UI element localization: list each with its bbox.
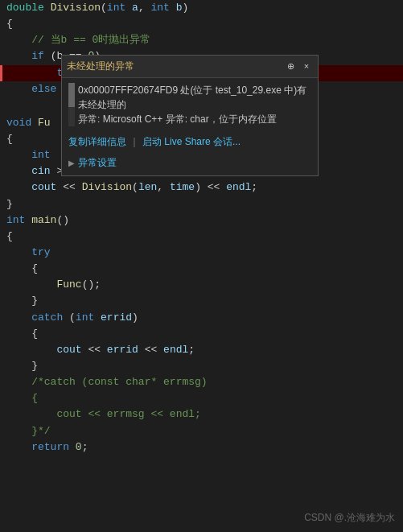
code-editor: double Division(int a, int b) { // 当b ==… xyxy=(0,0,403,532)
error-popup-icon-group: ⊕ × xyxy=(284,60,313,72)
error-popup-pin-icon[interactable]: ⊕ xyxy=(284,60,297,72)
error-popup-scrollbar[interactable] xyxy=(68,83,75,126)
code-line-16: try xyxy=(0,245,403,261)
error-popup: 未经处理的异常 ⊕ × 0x00007FFF20674FD9 处(位于 test… xyxy=(61,55,319,176)
code-line-21: { xyxy=(0,326,403,342)
code-line-2: { xyxy=(0,16,403,32)
live-share-link[interactable]: 启动 Live Share 会话... xyxy=(142,134,241,150)
error-popup-header: 未经处理的异常 ⊕ × xyxy=(62,56,318,78)
copy-details-link[interactable]: 复制详细信息 xyxy=(68,134,126,150)
code-line-12: cout << Division(len, time) << endl; xyxy=(0,179,403,196)
code-line-25: { xyxy=(0,390,403,406)
code-line-22: cout << errid << endl; xyxy=(0,342,403,358)
code-line-23: } xyxy=(0,358,403,374)
code-line-13: } xyxy=(0,196,403,212)
exception-settings-row[interactable]: ▶ 异常设置 xyxy=(62,154,318,175)
error-popup-body: 0x00007FFF20674FD9 处(位于 test_10_29.exe 中… xyxy=(62,78,318,131)
code-line-18: Func(); xyxy=(0,277,403,293)
exception-arrow-icon: ▶ xyxy=(68,157,75,170)
error-address: 0x00007FFF20674FD9 处(位于 test_10_29.exe 中… xyxy=(78,85,306,110)
watermark: CSDN @.沧海难为水 xyxy=(304,510,395,526)
link-separator: ｜ xyxy=(130,134,139,150)
code-line-24: /*catch (const char* errmsg) xyxy=(0,374,403,390)
code-line-28: return 0; xyxy=(0,439,403,456)
scrollbar-thumb xyxy=(68,83,75,107)
error-popup-title: 未经处理的异常 xyxy=(67,59,134,74)
code-line-27: }*/ xyxy=(0,423,403,439)
code-line-1: double Division(int a, int b) xyxy=(0,0,403,16)
error-popup-text: 0x00007FFF20674FD9 处(位于 test_10_29.exe 中… xyxy=(78,83,311,126)
code-line-20: catch (int errid) xyxy=(0,310,403,326)
code-line-15: { xyxy=(0,229,403,245)
exception-settings-label: 异常设置 xyxy=(78,155,117,171)
error-popup-links: 复制详细信息 ｜ 启动 Live Share 会话... xyxy=(62,131,318,155)
code-line-17: { xyxy=(0,261,403,277)
error-popup-close-icon[interactable]: × xyxy=(300,60,313,72)
code-line-26: cout << errmsg << endl; xyxy=(0,406,403,423)
error-description: 异常: Microsoft C++ 异常: char，位于内存位置 xyxy=(78,113,277,125)
code-line-14: int main() xyxy=(0,212,403,229)
code-line-19: } xyxy=(0,293,403,309)
code-line-3: // 当b == 0时抛出异常 xyxy=(0,32,403,48)
